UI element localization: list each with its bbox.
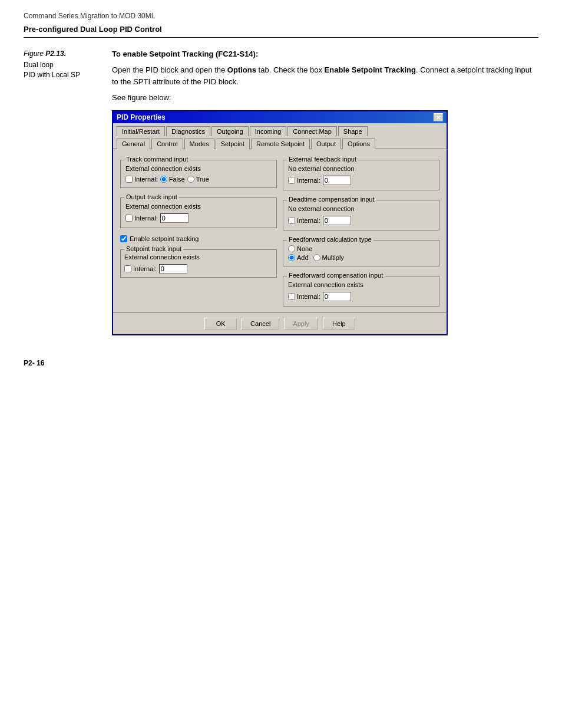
apply-button[interactable]: Apply bbox=[284, 318, 318, 330]
true-label: True bbox=[196, 176, 209, 183]
tab-remote-setpoint[interactable]: Remote Setpoint bbox=[251, 139, 310, 149]
output-track-internal-label: Internal: bbox=[134, 215, 158, 222]
feedforward-comp-legend: Feedforward compensation input bbox=[287, 272, 385, 279]
deadtime-internal-label: Internal: bbox=[297, 217, 320, 224]
output-track-group: Output track input External connection e… bbox=[120, 197, 277, 228]
multiply-label: Multiply bbox=[322, 254, 344, 261]
multiply-radio[interactable] bbox=[313, 254, 320, 261]
dialog-tabs: Initial/Restart Diagnostics Outgoing Inc… bbox=[113, 123, 447, 149]
ext-feedback-legend: External feedback input bbox=[287, 156, 358, 163]
instruction-text: Open the PID block and open the Options … bbox=[112, 64, 538, 87]
section-header: Pre-configured Dual Loop PID Control bbox=[24, 25, 538, 34]
deadtime-legend: Deadtime compensation input bbox=[287, 196, 376, 203]
tab-general[interactable]: General bbox=[117, 139, 150, 149]
deadtime-content: No external connection Internal: bbox=[288, 205, 434, 225]
ext-feedback-internal-checkbox[interactable] bbox=[288, 177, 295, 184]
enable-setpoint-checkbox[interactable] bbox=[120, 235, 127, 242]
add-label: Add bbox=[297, 254, 309, 261]
page-footer: P2- 16 bbox=[24, 359, 538, 367]
dialog-titlebar: PID Properties ✕ bbox=[113, 111, 447, 123]
see-figure: See figure below: bbox=[112, 93, 538, 102]
divider bbox=[24, 37, 538, 38]
tab-output[interactable]: Output bbox=[311, 139, 341, 149]
feedforward-comp-group: Feedforward compensation input External … bbox=[283, 276, 439, 307]
tab-outgoing[interactable]: Outgoing bbox=[211, 126, 249, 136]
dialog-footer: OK Cancel Apply Help bbox=[113, 312, 447, 334]
tab-connect-map[interactable]: Connect Map bbox=[287, 126, 336, 136]
true-radio[interactable] bbox=[187, 176, 194, 183]
ext-feedback-internal-row: Internal: bbox=[288, 176, 434, 185]
track-command-internal-checkbox[interactable] bbox=[125, 176, 133, 183]
feedforward-comp-internal-row: Internal: bbox=[288, 292, 434, 301]
left-column: Track command input External connection … bbox=[120, 155, 277, 307]
output-track-value-input[interactable] bbox=[160, 213, 189, 223]
track-command-ext-connection: External connection exists bbox=[125, 165, 272, 172]
setpoint-track-internal-checkbox[interactable] bbox=[124, 265, 131, 272]
track-command-internal-row: Internal: False True bbox=[125, 176, 272, 183]
feedforward-comp-ext-connection: External connection exists bbox=[288, 281, 434, 288]
figure-desc-line2: PID with Local SP bbox=[24, 71, 80, 79]
ext-feedback-value-input[interactable] bbox=[323, 176, 351, 185]
output-track-content: External connection exists Internal: bbox=[125, 203, 272, 223]
track-command-internal-checkbox-label: Internal: bbox=[125, 176, 158, 183]
none-radio[interactable] bbox=[288, 245, 295, 252]
tab-setpoint[interactable]: Setpoint bbox=[216, 139, 250, 149]
tab-shape[interactable]: Shape bbox=[338, 126, 368, 136]
figure-desc: Dual loop PID with Local SP bbox=[24, 60, 100, 80]
output-track-legend: Output track input bbox=[124, 193, 179, 200]
feedforward-comp-value-input[interactable] bbox=[323, 292, 351, 301]
track-command-internal-label: Internal: bbox=[134, 176, 158, 183]
add-radio[interactable] bbox=[288, 254, 295, 261]
output-track-internal-checkbox[interactable] bbox=[125, 215, 133, 222]
true-radio-label: True bbox=[187, 176, 209, 183]
cancel-button[interactable]: Cancel bbox=[242, 318, 279, 330]
setpoint-track-ext-connection: External connection exists bbox=[124, 253, 273, 261]
add-radio-label: Add bbox=[288, 254, 309, 261]
setpoint-track-value-input[interactable] bbox=[159, 264, 187, 274]
enable-setpoint-row: Enable setpoint tracking bbox=[120, 235, 277, 242]
enable-setpoint-label: Enable setpoint tracking bbox=[130, 235, 199, 242]
dialog-close-button[interactable]: ✕ bbox=[434, 113, 443, 121]
tab-incoming[interactable]: Incoming bbox=[250, 126, 287, 136]
output-track-internal-row: Internal: bbox=[125, 213, 272, 223]
setpoint-track-internal-checkbox-label: Internal: bbox=[124, 265, 157, 272]
deadtime-internal-checkbox[interactable] bbox=[288, 217, 295, 224]
setpoint-track-internal-row: Internal: bbox=[124, 264, 273, 274]
figure-number-bold: P2.13. bbox=[45, 50, 66, 58]
tab-control[interactable]: Control bbox=[151, 139, 183, 149]
track-command-group: Track command input External connection … bbox=[120, 160, 277, 188]
tab-initial-restart[interactable]: Initial/Restart bbox=[117, 126, 165, 136]
ok-button[interactable]: OK bbox=[204, 318, 237, 330]
top-header: Command Series Migration to MOD 30ML bbox=[24, 12, 538, 20]
deadtime-internal-row: Internal: bbox=[288, 216, 434, 225]
ext-feedback-content: No external connection Internal: bbox=[288, 165, 434, 185]
output-track-internal-checkbox-label: Internal: bbox=[125, 215, 158, 222]
setpoint-track-content: External connection exists Internal: bbox=[124, 253, 273, 274]
tab-modes[interactable]: Modes bbox=[184, 139, 214, 149]
false-label: False bbox=[169, 176, 185, 183]
feedforward-calc-legend: Feedforward calculation type bbox=[287, 236, 373, 243]
feedforward-comp-internal-checkbox[interactable] bbox=[288, 293, 295, 300]
figure-label: Figure P2.13. Dual loop PID with Local S… bbox=[24, 50, 100, 335]
none-radio-label: None bbox=[288, 245, 434, 252]
instruction-heading: To enable Setpoint Tracking (FC21-S14): bbox=[112, 50, 538, 58]
false-radio[interactable] bbox=[160, 176, 167, 183]
help-button[interactable]: Help bbox=[323, 318, 355, 330]
add-multiply-row: Add Multiply bbox=[288, 254, 434, 261]
figure-desc-line1: Dual loop bbox=[24, 61, 54, 69]
tab-row-2: General Control Modes Setpoint Remote Se… bbox=[113, 136, 447, 149]
feedforward-calc-radios: None Add Multiply bbox=[288, 245, 434, 261]
false-radio-label: False bbox=[160, 176, 185, 183]
figure-label-text: Figure bbox=[24, 50, 45, 58]
feedforward-calc-group: Feedforward calculation type None Add bbox=[283, 240, 439, 266]
ext-feedback-group: External feedback input No external conn… bbox=[283, 160, 439, 190]
feedforward-comp-content: External connection exists Internal: bbox=[288, 281, 434, 301]
deadtime-no-connection: No external connection bbox=[288, 205, 434, 212]
deadtime-value-input[interactable] bbox=[323, 216, 351, 225]
pid-properties-dialog: PID Properties ✕ Initial/Restart Diagnos… bbox=[112, 110, 448, 335]
tab-diagnostics[interactable]: Diagnostics bbox=[166, 126, 210, 136]
tab-options[interactable]: Options bbox=[342, 139, 375, 149]
setpoint-track-internal-label: Internal: bbox=[133, 265, 157, 272]
track-command-content: External connection exists Internal: Fal… bbox=[125, 165, 272, 183]
ext-feedback-internal-label: Internal: bbox=[297, 177, 320, 184]
